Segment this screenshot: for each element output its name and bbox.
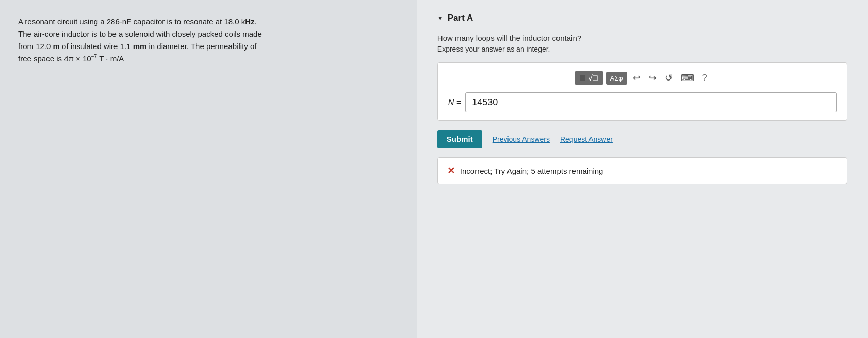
part-header: ▼ Part A	[437, 13, 847, 23]
feedback-text: Incorrect; Try Again; 5 attempts remaini…	[460, 167, 603, 175]
right-panel: ▼ Part A How many loops will the inducto…	[417, 0, 868, 338]
submit-button[interactable]: Submit	[437, 130, 482, 148]
express-text: Express your answer as an integer.	[437, 45, 847, 53]
toolbar: √□ AΣφ ↩ ↪ ↺ ⌨ ?	[448, 71, 837, 85]
question-text: How many loops will the inductor contain…	[437, 34, 847, 42]
answer-area: √□ AΣφ ↩ ↪ ↺ ⌨ ? N =	[437, 62, 847, 121]
undo-button[interactable]: ↩	[630, 71, 643, 85]
help-button[interactable]: ?	[700, 72, 710, 84]
keyboard-button[interactable]: ⌨	[678, 71, 697, 85]
n-label: N =	[448, 98, 461, 107]
feedback-box: ✕ Incorrect; Try Again; 5 attempts remai…	[437, 157, 847, 184]
actions-row: Submit Previous Answers Request Answer	[437, 130, 847, 148]
square-icon	[580, 75, 585, 81]
collapse-chevron[interactable]: ▼	[437, 14, 444, 22]
redo-button[interactable]: ↪	[646, 71, 659, 85]
math-input-button[interactable]: √□	[575, 71, 602, 85]
part-title: Part A	[448, 13, 473, 23]
sqrt-label: √□	[588, 73, 597, 83]
previous-answers-link[interactable]: Previous Answers	[493, 135, 550, 143]
incorrect-icon: ✕	[447, 165, 455, 176]
left-panel: A resonant circuit using a 286-nF capaci…	[0, 0, 417, 338]
input-row: N =	[448, 92, 837, 112]
answer-input[interactable]	[465, 92, 837, 112]
symbols-button[interactable]: AΣφ	[606, 72, 627, 85]
request-answer-link[interactable]: Request Answer	[560, 135, 613, 143]
problem-text: A resonant circuit using a 286-nF capaci…	[18, 15, 262, 65]
symbols-label: AΣφ	[610, 74, 623, 82]
refresh-button[interactable]: ↺	[662, 71, 675, 85]
